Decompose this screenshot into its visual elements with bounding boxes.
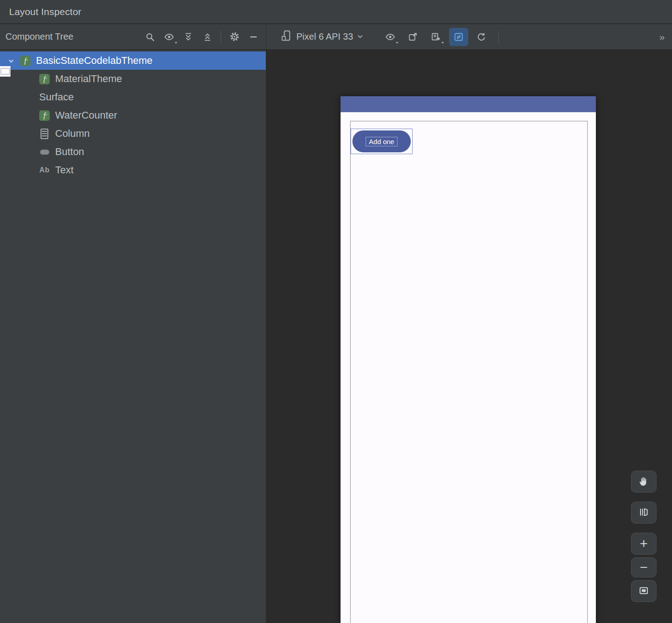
window-titlebar: Layout Inspector <box>0 0 672 24</box>
expand-all-icon <box>183 31 194 42</box>
tree-item-label: MaterialTheme <box>55 73 122 85</box>
tree-item-label: BasicStateCodelabTheme <box>36 55 153 67</box>
zoom-to-fit-button[interactable] <box>631 580 656 602</box>
live-updates-toggle[interactable] <box>449 28 468 46</box>
text-icon: Ab <box>39 165 50 176</box>
export-snapshot-icon <box>430 31 441 42</box>
layout-inspector-window: Layout Inspector Component Tree <box>0 0 672 623</box>
window-title: Layout Inspector <box>9 6 81 17</box>
pan-hand-icon <box>638 475 650 488</box>
component-tree-title: Component Tree <box>5 31 73 42</box>
collapse-all-button[interactable] <box>198 28 217 46</box>
tree-item-column[interactable]: Column <box>0 125 266 143</box>
add-one-button-label: Add one <box>366 137 398 146</box>
tree-item-basicstatecodelabtheme[interactable]: f BasicStateCodelabTheme <box>0 52 266 70</box>
toolbar-separator <box>221 31 221 43</box>
toolbar-overflow-button[interactable]: » <box>659 31 665 42</box>
collapse-all-icon <box>202 31 213 42</box>
expand-all-button[interactable] <box>179 28 198 46</box>
search-button[interactable] <box>140 28 160 46</box>
live-updates-icon <box>453 31 464 42</box>
component-tree-panel: f BasicStateCodelabTheme f MaterialTheme… <box>0 50 266 623</box>
device-phone-icon <box>281 30 293 44</box>
3d-mode-button[interactable] <box>631 502 656 524</box>
tree-item-text[interactable]: Ab Text <box>0 161 266 179</box>
snapshot-button[interactable] <box>403 28 423 46</box>
tree-item-label: Column <box>55 128 90 140</box>
chevron-down-icon <box>441 42 444 44</box>
main-toolbar: Component Tree <box>0 24 672 50</box>
tree-item-label: Surface <box>39 91 74 103</box>
tree-item-surface[interactable]: Surface <box>0 88 266 106</box>
snapshot-icon <box>408 31 419 42</box>
device-selector-label: Pixel 6 API 33 <box>296 31 353 42</box>
add-one-button-pill: Add one <box>352 130 411 152</box>
device-selector[interactable]: Pixel 6 API 33 <box>277 27 367 47</box>
eye-icon <box>385 31 396 42</box>
tree-item-materialtheme[interactable]: f MaterialTheme <box>0 70 266 88</box>
toolbar-separator <box>498 31 499 43</box>
device-screen: Add one <box>341 96 596 623</box>
device-surface[interactable]: Add one <box>341 112 596 623</box>
tree-item-watercounter[interactable]: f WaterCounter <box>0 106 266 125</box>
device-canvas[interactable]: Add one + − <box>267 50 672 623</box>
eye-icon <box>164 31 175 42</box>
3d-mode-icon <box>638 506 650 519</box>
gear-icon <box>229 31 240 42</box>
button-icon <box>39 147 50 157</box>
render-options-button[interactable] <box>381 28 400 46</box>
tree-item-label: Text <box>55 164 73 176</box>
tree-toolbar: Component Tree <box>0 24 266 49</box>
canvas-toolbar: Pixel 6 API 33 <box>266 24 672 49</box>
composable-icon: f <box>39 74 50 84</box>
composable-icon: f <box>20 56 31 66</box>
minus-icon <box>248 31 259 42</box>
device-app-bar <box>341 96 596 112</box>
zoom-out-button[interactable]: − <box>631 557 656 577</box>
view-options-button[interactable] <box>160 28 179 46</box>
hide-panel-button[interactable] <box>244 28 263 46</box>
refresh-button[interactable] <box>472 28 491 46</box>
settings-button[interactable] <box>225 28 244 46</box>
refresh-icon <box>476 31 487 42</box>
zoom-to-fit-icon <box>638 585 650 598</box>
surface-icon <box>0 66 10 77</box>
chevron-down-icon[interactable] <box>5 55 16 66</box>
chevron-down-icon <box>357 31 363 42</box>
layout-bounds-rect <box>350 121 588 623</box>
chevron-down-icon <box>175 42 177 44</box>
export-snapshot-button[interactable] <box>426 28 445 46</box>
zoom-in-button[interactable]: + <box>631 533 656 555</box>
tree-item-label: Button <box>55 146 84 158</box>
pan-button[interactable] <box>631 471 656 493</box>
tree-item-label: WaterCounter <box>55 109 117 121</box>
column-icon <box>39 129 50 139</box>
search-icon <box>145 31 155 42</box>
tree-item-button[interactable]: Button <box>0 143 266 161</box>
chevron-down-icon <box>396 42 398 44</box>
composable-icon: f <box>39 110 50 121</box>
add-one-button[interactable]: Add one <box>351 129 413 154</box>
